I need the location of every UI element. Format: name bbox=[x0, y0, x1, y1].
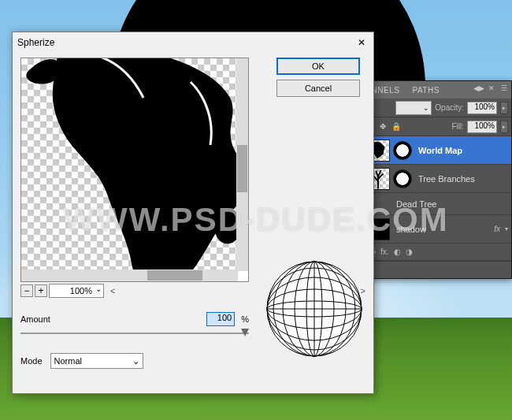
layer-name-label: Tree Branches bbox=[418, 174, 508, 184]
layer-name-label: shadow bbox=[396, 225, 491, 234]
preview-canvas[interactable] bbox=[21, 58, 238, 271]
mode-label: Mode bbox=[20, 356, 43, 366]
layer-name-label: Dead Tree bbox=[396, 199, 508, 209]
panel-close-icon[interactable]: ✕ bbox=[486, 83, 497, 94]
scrollbar-thumb[interactable] bbox=[147, 270, 202, 281]
amount-input[interactable]: 100 bbox=[206, 312, 235, 326]
mask-icon[interactable]: ◐ bbox=[394, 247, 401, 256]
preview-content bbox=[21, 58, 238, 271]
dialog-title: Spherize bbox=[17, 37, 54, 48]
amount-label: Amount bbox=[20, 314, 50, 324]
tab-paths[interactable]: PATHS bbox=[406, 83, 445, 98]
wireframe-sphere-preview bbox=[263, 258, 365, 360]
close-icon[interactable]: ✕ bbox=[354, 35, 369, 50]
slider-track bbox=[20, 333, 249, 334]
fill-arrow-icon[interactable]: ▸ bbox=[500, 121, 508, 133]
amount-row: Amount 100 % bbox=[20, 312, 249, 326]
fx-icon[interactable]: fx. bbox=[380, 247, 389, 256]
zoom-in-button[interactable]: + bbox=[35, 284, 47, 297]
cancel-button[interactable]: Cancel bbox=[276, 80, 360, 97]
spherize-dialog: Spherize ✕ − + 100% < bbox=[12, 32, 374, 394]
blend-mode-dropdown[interactable]: ⌄ bbox=[395, 101, 432, 115]
opacity-value[interactable]: 100% bbox=[467, 102, 497, 114]
mode-select[interactable]: Normal bbox=[50, 353, 143, 369]
fill-label: Fill: bbox=[451, 122, 464, 131]
zoom-select[interactable]: 100% bbox=[49, 284, 104, 298]
zoom-out-button[interactable]: − bbox=[20, 284, 33, 297]
layer-mask-thumb[interactable] bbox=[393, 141, 412, 160]
slider-handle[interactable] bbox=[241, 329, 249, 336]
scroll-left-icon[interactable]: < bbox=[110, 286, 115, 295]
adjustment-icon[interactable]: ◑ bbox=[406, 247, 413, 256]
opacity-arrow-icon[interactable]: ▸ bbox=[500, 102, 508, 114]
panel-collapse-icon[interactable]: ◀▶ bbox=[473, 83, 484, 94]
ok-button[interactable]: OK bbox=[276, 58, 360, 75]
layer-mask-thumb[interactable] bbox=[393, 169, 412, 188]
preview-area bbox=[20, 58, 249, 282]
layer-name-label: World Map bbox=[418, 146, 508, 155]
fill-value[interactable]: 100% bbox=[467, 121, 497, 133]
amount-unit: % bbox=[241, 314, 249, 324]
fx-expand-icon[interactable]: ▾ bbox=[505, 225, 508, 232]
panel-menu-icon[interactable]: ☰ bbox=[499, 83, 510, 94]
amount-slider[interactable] bbox=[20, 328, 249, 339]
scrollbar-thumb[interactable] bbox=[237, 145, 247, 192]
dialog-body: − + 100% < > Amount 100 % Mode Normal OK… bbox=[13, 53, 373, 374]
opacity-label: Opacity: bbox=[435, 103, 464, 112]
lock-all-icon[interactable]: 🔒 bbox=[391, 121, 402, 132]
dialog-button-column: OK Cancel bbox=[271, 58, 365, 97]
lock-position-icon[interactable]: ✥ bbox=[377, 121, 388, 132]
dialog-titlebar[interactable]: Spherize ✕ bbox=[13, 32, 373, 53]
preview-scrollbar-horizontal[interactable] bbox=[21, 269, 238, 281]
preview-scrollbar-vertical[interactable] bbox=[236, 58, 248, 271]
fx-badge[interactable]: fx bbox=[494, 225, 500, 233]
